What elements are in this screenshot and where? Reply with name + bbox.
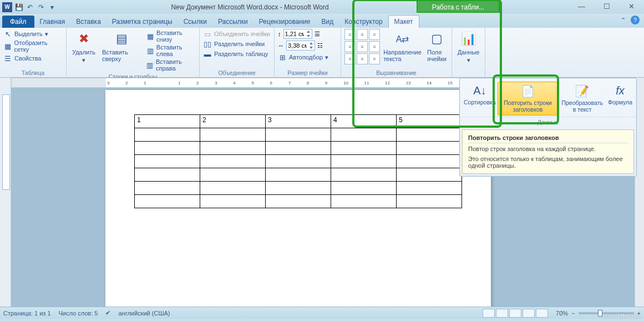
sort-button[interactable]: A↓ Сортировка	[462, 82, 498, 116]
table-cell[interactable]: 4	[331, 115, 397, 128]
table-cell[interactable]	[266, 195, 331, 208]
table-cell[interactable]	[200, 128, 266, 142]
data-dropdown-button[interactable]: 📊 Данные▾	[455, 29, 481, 65]
align-bc[interactable]: ≡	[357, 53, 368, 64]
autofit-button[interactable]: ⊞Автоподбор ▾	[278, 52, 337, 62]
cell-margins-button[interactable]: ▢ Поля ячейки	[425, 29, 449, 63]
table-cell[interactable]	[135, 128, 200, 142]
table-cell[interactable]	[200, 195, 266, 208]
ribbon: ↖Выделить ▾ ▦Отобразить сетку ☰Свойства …	[0, 28, 644, 78]
table-cell[interactable]	[135, 195, 200, 208]
distribute-rows-icon[interactable]: ☰	[315, 31, 320, 38]
insert-above-button[interactable]: ▤ Вставить сверху	[100, 29, 144, 72]
status-language[interactable]: английский (США)	[118, 310, 170, 317]
table-cell[interactable]	[266, 142, 331, 155]
ribbon-tabs: Файл Главная Вставка Разметка страницы С…	[0, 14, 644, 28]
convert-to-text-button[interactable]: 📝 Преобразовать в текст	[558, 82, 606, 116]
tab-layout[interactable]: Макет	[388, 15, 419, 28]
table-cell[interactable]	[331, 128, 397, 142]
table-cell[interactable]	[397, 142, 462, 155]
table-cell[interactable]	[135, 182, 200, 195]
properties-button[interactable]: ☰Свойства	[3, 53, 63, 63]
table-cell[interactable]: 3	[266, 115, 331, 128]
proofing-icon[interactable]: ✔	[105, 309, 110, 317]
align-ml[interactable]: ≡	[344, 41, 356, 52]
document-table[interactable]: 12345	[134, 114, 462, 208]
table-cell[interactable]	[331, 155, 397, 168]
status-word-count[interactable]: Число слов: 5	[59, 310, 98, 317]
col-width-input[interactable]	[286, 41, 315, 51]
table-cell[interactable]	[397, 128, 462, 142]
table-cell[interactable]	[266, 182, 331, 195]
file-tab[interactable]: Файл	[2, 16, 34, 28]
view-gridlines-button[interactable]: ▦Отобразить сетку	[3, 39, 63, 53]
minimize-ribbon-icon[interactable]: ⌃	[618, 16, 627, 24]
convert-icon: 📝	[575, 84, 589, 98]
formula-button[interactable]: fx Формула	[606, 82, 634, 116]
table-cell[interactable]	[200, 155, 266, 168]
text-direction-button[interactable]: A⇄ Направление текста	[384, 29, 420, 63]
view-print-layout[interactable]	[483, 309, 495, 318]
tab-page-layout[interactable]: Разметка страницы	[107, 16, 178, 28]
split-table-button[interactable]: ▬Разделить таблицу	[203, 49, 271, 59]
delete-button[interactable]: ✖ Удалить▾	[70, 29, 98, 72]
tab-design[interactable]: Конструктор	[339, 16, 388, 28]
table-cell[interactable]	[135, 142, 200, 155]
table-cell[interactable]	[397, 155, 462, 168]
table-cell[interactable]	[200, 142, 266, 155]
view-draft[interactable]	[536, 309, 548, 318]
tab-insert[interactable]: Вставка	[70, 16, 107, 28]
select-button[interactable]: ↖Выделить ▾	[3, 29, 63, 39]
table-cell[interactable]	[397, 195, 462, 208]
view-outline[interactable]	[523, 309, 535, 318]
tab-references[interactable]: Ссылки	[178, 16, 212, 28]
split-cells-icon: ▯▯	[203, 39, 212, 48]
table-cell[interactable]	[397, 182, 462, 195]
table-cell[interactable]	[200, 168, 266, 182]
align-bl[interactable]: ≡	[344, 53, 356, 64]
table-cell[interactable]	[266, 168, 331, 182]
zoom-level[interactable]: 70%	[556, 310, 568, 317]
zoom-out-button[interactable]: −	[571, 310, 575, 317]
table-cell[interactable]	[397, 168, 462, 182]
split-cells-button[interactable]: ▯▯Разделить ячейки	[203, 39, 271, 49]
align-mc[interactable]: ≡	[357, 41, 368, 52]
insert-right-icon: ▥	[146, 61, 154, 69]
tab-review[interactable]: Рецензирование	[253, 16, 316, 28]
view-full-screen[interactable]	[496, 309, 508, 318]
align-br[interactable]: ≡	[369, 53, 380, 64]
insert-left-button[interactable]: ▥Вставить слева	[146, 43, 196, 58]
table-cell[interactable]	[135, 168, 200, 182]
tab-mailings[interactable]: Рассылки	[212, 16, 253, 28]
align-tc[interactable]: ≡	[357, 29, 368, 40]
repeat-header-rows-button[interactable]: 📄 Повторить строки заголовков	[498, 82, 559, 116]
distribute-cols-icon[interactable]: ☷	[317, 42, 323, 49]
tab-view[interactable]: Вид	[316, 16, 339, 28]
table-cell[interactable]	[266, 155, 331, 168]
row-height-input[interactable]	[283, 29, 312, 39]
align-tl[interactable]: ≡	[344, 29, 356, 40]
help-icon[interactable]: ?	[631, 16, 640, 24]
table-cell[interactable]	[331, 182, 397, 195]
close-button[interactable]: ✕	[619, 0, 644, 13]
table-cell[interactable]: 5	[397, 115, 462, 128]
align-tr[interactable]: ≡	[369, 29, 380, 40]
table-cell[interactable]	[331, 195, 397, 208]
table-cell[interactable]: 1	[135, 115, 200, 128]
table-cell[interactable]: 2	[200, 115, 266, 128]
tab-home[interactable]: Главная	[34, 16, 71, 28]
insert-below-button[interactable]: ▦Вставить снизу	[146, 29, 196, 43]
table-cell[interactable]	[331, 142, 397, 155]
table-cell[interactable]	[135, 155, 200, 168]
align-mr[interactable]: ≡	[369, 41, 380, 52]
maximize-button[interactable]: ☐	[594, 0, 619, 13]
table-cell[interactable]	[200, 182, 266, 195]
minimize-button[interactable]: —	[569, 0, 594, 13]
table-cell[interactable]	[266, 128, 331, 142]
table-cell[interactable]	[331, 168, 397, 182]
flyout-group-label: Данные	[460, 117, 636, 127]
status-page[interactable]: Страница: 1 из 1	[3, 310, 51, 317]
view-web-layout[interactable]	[509, 309, 521, 318]
group-data-label	[455, 68, 481, 77]
insert-right-button[interactable]: ▥Вставить справа	[146, 58, 196, 72]
